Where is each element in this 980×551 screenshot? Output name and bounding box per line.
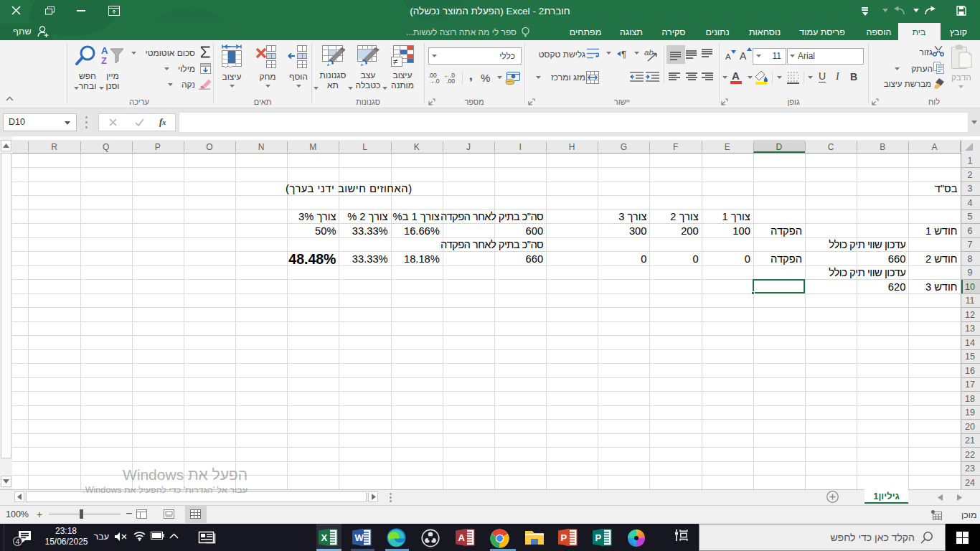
svg-text:A: A	[458, 532, 466, 543]
svg-text:4: 4	[16, 537, 20, 546]
svg-text:P: P	[561, 532, 567, 543]
svg-text:P: P	[595, 532, 602, 543]
svg-text:W: W	[355, 532, 364, 543]
svg-text:X: X	[321, 532, 328, 543]
svg-text:ab: ab	[644, 48, 654, 57]
svg-text:≠: ≠	[393, 57, 398, 67]
svg-text:¶: ¶	[621, 49, 626, 59]
